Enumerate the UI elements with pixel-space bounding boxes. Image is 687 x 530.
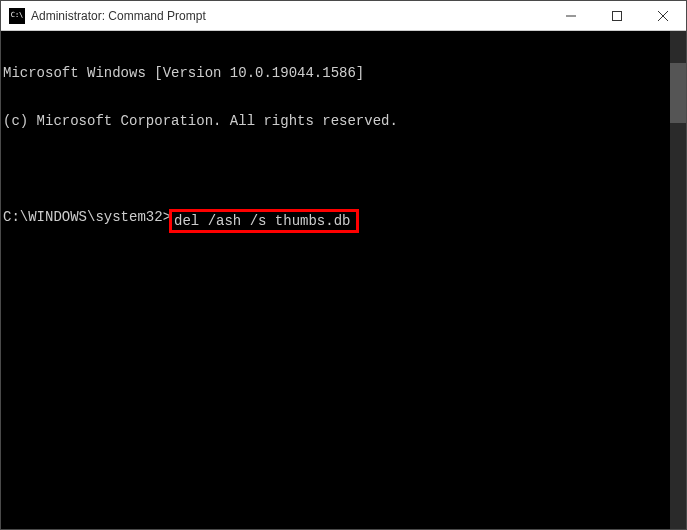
prompt-path: C:\WINDOWS\system32> — [3, 209, 171, 225]
maximize-button[interactable] — [594, 1, 640, 30]
scrollbar[interactable] — [670, 31, 686, 529]
minimize-button[interactable] — [548, 1, 594, 30]
cmd-icon — [9, 8, 25, 24]
window-title: Administrator: Command Prompt — [31, 9, 548, 23]
scrollbar-thumb[interactable] — [670, 63, 686, 123]
titlebar[interactable]: Administrator: Command Prompt — [1, 1, 686, 31]
prompt-line: C:\WINDOWS\system32>del /ash /s thumbs.d… — [3, 209, 686, 233]
close-button[interactable] — [640, 1, 686, 30]
command-text: del /ash /s thumbs.db — [174, 213, 350, 229]
blank-line — [3, 161, 686, 177]
command-prompt-window: Administrator: Command Prompt Microsoft … — [0, 0, 687, 530]
terminal-output-line: (c) Microsoft Corporation. All rights re… — [3, 113, 686, 129]
svg-rect-1 — [613, 11, 622, 20]
window-controls — [548, 1, 686, 30]
terminal-area[interactable]: Microsoft Windows [Version 10.0.19044.15… — [1, 31, 686, 529]
command-highlight: del /ash /s thumbs.db — [169, 209, 359, 233]
terminal-output-line: Microsoft Windows [Version 10.0.19044.15… — [3, 65, 686, 81]
